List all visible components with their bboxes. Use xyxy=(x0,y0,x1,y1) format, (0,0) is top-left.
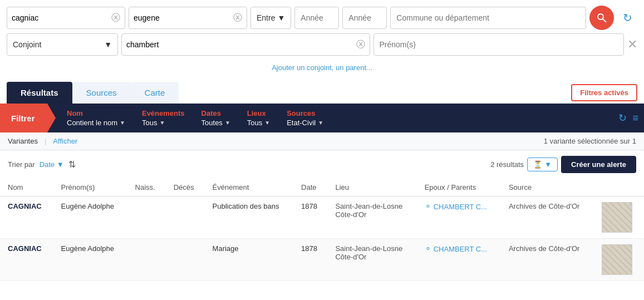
filter-sources-value: Etat-Civil ▼ xyxy=(287,119,323,127)
filter-dates-value: Toutes ▼ xyxy=(201,119,230,127)
cell-naiss xyxy=(127,196,166,239)
cell-source: Archives de Côte-d'Or xyxy=(501,239,594,281)
search-button[interactable] xyxy=(589,6,614,30)
second-search-input[interactable] xyxy=(134,13,231,22)
commune-input[interactable] xyxy=(390,7,586,29)
refresh-icon: ↻ xyxy=(623,11,632,24)
tabs-bar: Résultats Sources Carte Filtres activés xyxy=(0,82,644,104)
filter-refresh-button[interactable]: ↻ xyxy=(618,112,627,124)
col-epoux: Epoux / Parents xyxy=(417,179,501,196)
year2-input[interactable] xyxy=(342,7,387,29)
filter-sources-label: Sources xyxy=(287,109,315,117)
cell-prenom: Eugène Adolphe xyxy=(53,196,127,239)
second-search-wrap: ⓧ xyxy=(129,7,247,29)
filter-row: Filtrer Nom Contient le nom ▼ Evénements… xyxy=(0,104,644,132)
cell-evenement: Mariage xyxy=(205,239,293,281)
document-thumbnail[interactable] xyxy=(602,202,632,233)
variantes-afficher-link[interactable]: Afficher xyxy=(53,137,77,145)
close-conjoint-button[interactable]: ✕ xyxy=(627,37,637,52)
col-deces: Décès xyxy=(166,179,205,196)
add-conjoint-row: Ajouter un conjoint, un parent... xyxy=(0,60,644,82)
chevron-down-icon: ▼ xyxy=(159,120,165,126)
cell-source: Archives de Côte-d'Or xyxy=(501,196,594,239)
conjoint-search-wrap: ⓧ xyxy=(121,33,370,56)
sort-date-dropdown[interactable]: Date ▼ xyxy=(40,160,64,169)
filter-nom[interactable]: Nom Contient le nom ▼ xyxy=(61,106,131,130)
chevron-down-icon: ▼ xyxy=(120,120,125,126)
epoux-link[interactable]: CHAMBERT C... xyxy=(434,203,487,211)
results-table: Nom Prénom(s) Naiss. Décès Événement Dat… xyxy=(0,179,644,281)
table-row: CAGNIAC Eugène Adolphe Publication des b… xyxy=(0,196,644,239)
filter-lieux[interactable]: Lieux Tous ▼ xyxy=(242,106,276,130)
clear-main-search-icon[interactable]: ⓧ xyxy=(111,12,120,24)
table-row: CAGNIAC Eugène Adolphe Mariage 1878 Sain… xyxy=(0,239,644,281)
refresh-button[interactable]: ↻ xyxy=(617,8,637,28)
cell-date: 1878 xyxy=(293,196,327,239)
search-row-1: ⓧ ⓧ Entre ▼ ↻ xyxy=(0,0,644,33)
filter-lieux-value: Tous ▼ xyxy=(247,119,270,127)
year1-input[interactable] xyxy=(294,7,339,29)
nom-link[interactable]: CAGNIAC xyxy=(8,202,42,210)
tab-carte[interactable]: Carte xyxy=(131,82,179,104)
cell-thumb[interactable] xyxy=(594,239,644,281)
conjoint-label: Conjoint xyxy=(13,40,41,49)
filter-sources[interactable]: Sources Etat-Civil ▼ xyxy=(281,106,329,130)
filter-evenements[interactable]: Evénements Tous ▼ xyxy=(136,106,190,130)
nom-link[interactable]: CAGNIAC xyxy=(8,244,42,253)
variantes-label: Variantes xyxy=(8,137,38,145)
filter-evenements-label: Evénements xyxy=(142,109,185,117)
col-prenom: Prénom(s) xyxy=(53,179,127,196)
cell-epoux: ⚬ CHAMBERT C... xyxy=(417,239,501,281)
col-source: Source xyxy=(501,179,594,196)
sort-arrows-button[interactable]: ⇅ xyxy=(68,159,76,170)
col-thumb xyxy=(594,179,644,196)
col-lieu: Lieu xyxy=(327,179,416,196)
col-nom: Nom xyxy=(0,179,53,196)
document-thumbnail[interactable] xyxy=(602,244,632,275)
filtres-actives-button[interactable]: Filtres activés xyxy=(571,84,637,101)
chevron-down-icon: ▼ xyxy=(57,160,64,169)
prenom-input[interactable] xyxy=(373,33,625,56)
main-search-input[interactable] xyxy=(12,13,109,22)
col-naiss: Naiss. xyxy=(127,179,166,196)
main-search-wrap: ⓧ xyxy=(7,7,125,29)
cell-lieu: Saint-Jean-de-LosneCôte-d'Or xyxy=(327,239,416,281)
cell-thumb[interactable] xyxy=(594,196,644,239)
cell-deces xyxy=(166,239,205,281)
clear-conjoint-search-icon[interactable]: ⓧ xyxy=(356,39,365,51)
svg-line-1 xyxy=(603,19,606,22)
chevron-down-icon: ▼ xyxy=(264,120,270,126)
add-conjoint-link[interactable]: Ajouter un conjoint, un parent... xyxy=(0,61,644,76)
cell-deces xyxy=(166,196,205,239)
cell-naiss xyxy=(127,239,166,281)
variantes-left: Variantes | Afficher xyxy=(8,137,77,145)
tab-sources[interactable]: Sources xyxy=(72,82,131,104)
results-count-label: 2 résultats xyxy=(490,160,524,169)
filter-settings-button[interactable]: ≡ xyxy=(632,112,638,124)
tab-resultats[interactable]: Résultats xyxy=(7,82,72,104)
chevron-down-icon: ▼ xyxy=(104,40,112,49)
history-button[interactable]: ⏳ ▼ xyxy=(527,158,558,171)
results-count-area: 2 résultats ⏳ ▼ Créer une alerte xyxy=(490,156,636,173)
epoux-link[interactable]: CHAMBERT C... xyxy=(434,245,487,253)
conjoint-search-input[interactable] xyxy=(126,40,354,49)
creer-alerte-button[interactable]: Créer une alerte xyxy=(561,156,636,173)
chevron-down-icon: ▼ xyxy=(544,160,552,169)
filter-cols: Nom Contient le nom ▼ Evénements Tous ▼ … xyxy=(56,104,618,132)
col-date: Date xyxy=(293,179,327,196)
table-body: CAGNIAC Eugène Adolphe Publication des b… xyxy=(0,196,644,281)
ring-icon: ⚬ xyxy=(425,202,431,211)
filter-icon-group: ↻ ≡ xyxy=(618,104,644,132)
entre-label: Entre xyxy=(257,13,275,22)
entre-dropdown[interactable]: Entre ▼ xyxy=(250,7,291,29)
filter-dates[interactable]: Dates Toutes ▼ xyxy=(196,106,236,130)
chevron-down-icon: ▼ xyxy=(225,120,230,126)
filter-nom-label: Nom xyxy=(67,109,83,117)
search-icon xyxy=(596,12,607,23)
clear-second-search-icon[interactable]: ⓧ xyxy=(233,12,242,24)
ring-icon: ⚬ xyxy=(425,244,431,253)
cell-epoux: ⚬ CHAMBERT C... xyxy=(417,196,501,239)
filter-label: Filtrer xyxy=(0,104,56,132)
conjoint-dropdown[interactable]: Conjoint ▼ xyxy=(7,33,118,56)
filter-dates-label: Dates xyxy=(201,109,221,117)
